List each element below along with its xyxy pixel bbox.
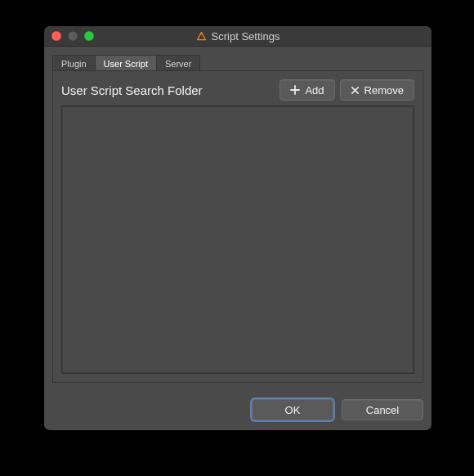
ok-button[interactable]: OK	[252, 399, 333, 420]
remove-button[interactable]: Remove	[340, 79, 414, 101]
tab-user-script[interactable]: User Script	[95, 55, 157, 71]
cancel-button-label: Cancel	[366, 404, 399, 416]
tab-server[interactable]: Server	[156, 55, 200, 71]
tab-plugin[interactable]: Plugin	[52, 55, 96, 71]
add-button-label: Add	[305, 84, 324, 97]
x-icon	[351, 86, 360, 95]
window-title: Script Settings	[44, 30, 432, 43]
script-settings-window: Script Settings Plugin User Script Serve…	[44, 26, 432, 430]
add-button[interactable]: Add	[279, 79, 334, 101]
zoom-window-button[interactable]	[84, 31, 94, 41]
section-label: User Script Search Folder	[61, 83, 203, 97]
section-buttons: Add Remove	[279, 79, 414, 101]
tab-label: Server	[165, 59, 191, 69]
tab-bar: Plugin User Script Server	[52, 55, 423, 71]
dialog-footer: OK Cancel	[44, 391, 432, 430]
window-controls	[51, 31, 94, 41]
remove-button-label: Remove	[364, 84, 404, 97]
minimize-window-button[interactable]	[68, 31, 78, 41]
titlebar: Script Settings	[44, 26, 432, 47]
tab-label: User Script	[104, 59, 148, 69]
tab-pane-user-script: User Script Search Folder Add	[52, 70, 423, 383]
cancel-button[interactable]: Cancel	[342, 399, 423, 420]
tab-label: Plugin	[61, 59, 87, 69]
close-window-button[interactable]	[51, 31, 61, 41]
section-header-row: User Script Search Folder Add	[61, 79, 414, 101]
content-area: Plugin User Script Server User Script Se…	[44, 47, 432, 391]
app-triangle-icon	[196, 31, 207, 42]
plus-icon	[290, 85, 300, 95]
ok-button-label: OK	[285, 404, 301, 416]
window-title-text: Script Settings	[212, 30, 280, 43]
folder-list[interactable]	[61, 106, 414, 374]
